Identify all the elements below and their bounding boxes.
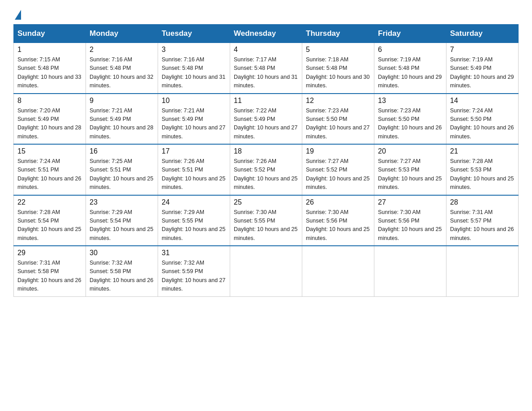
day-info: Sunrise: 7:15 AMSunset: 5:48 PMDaylight:… <box>17 56 82 90</box>
day-number: 8 <box>17 97 82 105</box>
day-number: 10 <box>162 97 226 105</box>
week-row-5: 29Sunrise: 7:31 AMSunset: 5:58 PMDayligh… <box>14 246 519 296</box>
day-number: 15 <box>17 147 82 155</box>
calendar-cell: 28Sunrise: 7:31 AMSunset: 5:57 PMDayligh… <box>446 195 519 246</box>
day-info: Sunrise: 7:21 AMSunset: 5:49 PMDaylight:… <box>90 107 154 141</box>
calendar-cell <box>446 246 519 296</box>
day-info: Sunrise: 7:31 AMSunset: 5:58 PMDaylight:… <box>17 259 82 294</box>
day-info: Sunrise: 7:16 AMSunset: 5:48 PMDaylight:… <box>162 56 226 90</box>
week-row-4: 22Sunrise: 7:28 AMSunset: 5:54 PMDayligh… <box>14 195 519 246</box>
day-info: Sunrise: 7:29 AMSunset: 5:55 PMDaylight:… <box>162 208 226 243</box>
day-info: Sunrise: 7:29 AMSunset: 5:54 PMDaylight:… <box>90 208 154 243</box>
day-number: 18 <box>234 147 298 155</box>
day-info: Sunrise: 7:20 AMSunset: 5:49 PMDaylight:… <box>17 107 82 141</box>
calendar-cell: 30Sunrise: 7:32 AMSunset: 5:58 PMDayligh… <box>86 246 158 296</box>
day-number: 1 <box>17 46 82 54</box>
week-row-1: 1Sunrise: 7:15 AMSunset: 5:48 PMDaylight… <box>14 43 519 94</box>
calendar-cell: 20Sunrise: 7:27 AMSunset: 5:53 PMDayligh… <box>374 144 446 195</box>
day-info: Sunrise: 7:21 AMSunset: 5:49 PMDaylight:… <box>162 107 226 141</box>
calendar-cell: 16Sunrise: 7:25 AMSunset: 5:51 PMDayligh… <box>86 144 158 195</box>
day-number: 30 <box>90 249 154 257</box>
day-number: 11 <box>234 97 298 105</box>
day-number: 4 <box>234 46 298 54</box>
calendar-cell: 23Sunrise: 7:29 AMSunset: 5:54 PMDayligh… <box>86 195 158 246</box>
day-number: 28 <box>450 198 515 206</box>
day-info: Sunrise: 7:32 AMSunset: 5:59 PMDaylight:… <box>162 259 226 294</box>
calendar-cell: 18Sunrise: 7:26 AMSunset: 5:52 PMDayligh… <box>230 144 302 195</box>
day-info: Sunrise: 7:30 AMSunset: 5:55 PMDaylight:… <box>234 208 298 243</box>
day-info: Sunrise: 7:19 AMSunset: 5:49 PMDaylight:… <box>450 56 515 90</box>
day-info: Sunrise: 7:30 AMSunset: 5:56 PMDaylight:… <box>378 208 442 243</box>
day-info: Sunrise: 7:28 AMSunset: 5:54 PMDaylight:… <box>17 208 82 243</box>
day-number: 9 <box>90 97 154 105</box>
day-number: 25 <box>234 198 298 206</box>
calendar-cell: 2Sunrise: 7:16 AMSunset: 5:48 PMDaylight… <box>86 43 158 94</box>
day-info: Sunrise: 7:30 AMSunset: 5:56 PMDaylight:… <box>306 208 370 243</box>
day-info: Sunrise: 7:26 AMSunset: 5:52 PMDaylight:… <box>234 157 298 192</box>
header-cell-saturday: Saturday <box>446 25 519 43</box>
header-cell-tuesday: Tuesday <box>158 25 230 43</box>
calendar-table: SundayMondayTuesdayWednesdayThursdayFrid… <box>13 24 519 297</box>
day-number: 27 <box>378 198 442 206</box>
calendar-cell: 31Sunrise: 7:32 AMSunset: 5:59 PMDayligh… <box>158 246 230 296</box>
header-cell-thursday: Thursday <box>302 25 374 43</box>
day-info: Sunrise: 7:19 AMSunset: 5:48 PMDaylight:… <box>378 56 442 90</box>
day-info: Sunrise: 7:28 AMSunset: 5:53 PMDaylight:… <box>450 157 515 192</box>
day-number: 14 <box>450 97 515 105</box>
day-info: Sunrise: 7:17 AMSunset: 5:48 PMDaylight:… <box>234 56 298 90</box>
day-number: 24 <box>162 198 226 206</box>
calendar-cell: 3Sunrise: 7:16 AMSunset: 5:48 PMDaylight… <box>158 43 230 94</box>
calendar-cell: 11Sunrise: 7:22 AMSunset: 5:49 PMDayligh… <box>230 94 302 145</box>
logo-triangle-icon <box>15 10 21 20</box>
day-number: 7 <box>450 46 515 54</box>
day-number: 26 <box>306 198 370 206</box>
day-info: Sunrise: 7:26 AMSunset: 5:51 PMDaylight:… <box>162 157 226 192</box>
day-number: 23 <box>90 198 154 206</box>
calendar-cell: 10Sunrise: 7:21 AMSunset: 5:49 PMDayligh… <box>158 94 230 145</box>
day-info: Sunrise: 7:31 AMSunset: 5:57 PMDaylight:… <box>450 208 515 243</box>
day-info: Sunrise: 7:27 AMSunset: 5:53 PMDaylight:… <box>378 157 442 192</box>
day-info: Sunrise: 7:25 AMSunset: 5:51 PMDaylight:… <box>90 157 154 192</box>
calendar-cell: 4Sunrise: 7:17 AMSunset: 5:48 PMDaylight… <box>230 43 302 94</box>
day-number: 21 <box>450 147 515 155</box>
day-info: Sunrise: 7:23 AMSunset: 5:50 PMDaylight:… <box>378 107 442 141</box>
day-number: 2 <box>90 46 154 54</box>
calendar-cell: 13Sunrise: 7:23 AMSunset: 5:50 PMDayligh… <box>374 94 446 145</box>
day-info: Sunrise: 7:24 AMSunset: 5:50 PMDaylight:… <box>450 107 515 141</box>
calendar-cell: 12Sunrise: 7:23 AMSunset: 5:50 PMDayligh… <box>302 94 374 145</box>
header-cell-sunday: Sunday <box>14 25 86 43</box>
calendar-cell: 25Sunrise: 7:30 AMSunset: 5:55 PMDayligh… <box>230 195 302 246</box>
day-info: Sunrise: 7:27 AMSunset: 5:52 PMDaylight:… <box>306 157 370 192</box>
day-number: 3 <box>162 46 226 54</box>
header-cell-friday: Friday <box>374 25 446 43</box>
calendar-cell: 6Sunrise: 7:19 AMSunset: 5:48 PMDaylight… <box>374 43 446 94</box>
week-row-3: 15Sunrise: 7:24 AMSunset: 5:51 PMDayligh… <box>14 144 519 195</box>
day-number: 12 <box>306 97 370 105</box>
page-header <box>13 9 519 20</box>
calendar-cell: 24Sunrise: 7:29 AMSunset: 5:55 PMDayligh… <box>158 195 230 246</box>
calendar-cell: 27Sunrise: 7:30 AMSunset: 5:56 PMDayligh… <box>374 195 446 246</box>
calendar-cell: 9Sunrise: 7:21 AMSunset: 5:49 PMDaylight… <box>86 94 158 145</box>
calendar-cell: 17Sunrise: 7:26 AMSunset: 5:51 PMDayligh… <box>158 144 230 195</box>
calendar-cell: 1Sunrise: 7:15 AMSunset: 5:48 PMDaylight… <box>14 43 86 94</box>
calendar-cell: 8Sunrise: 7:20 AMSunset: 5:49 PMDaylight… <box>14 94 86 145</box>
header-cell-wednesday: Wednesday <box>230 25 302 43</box>
calendar-cell: 22Sunrise: 7:28 AMSunset: 5:54 PMDayligh… <box>14 195 86 246</box>
calendar-cell: 14Sunrise: 7:24 AMSunset: 5:50 PMDayligh… <box>446 94 519 145</box>
day-number: 17 <box>162 147 226 155</box>
day-number: 13 <box>378 97 442 105</box>
day-info: Sunrise: 7:23 AMSunset: 5:50 PMDaylight:… <box>306 107 370 141</box>
calendar-header: SundayMondayTuesdayWednesdayThursdayFrid… <box>14 25 519 43</box>
calendar-cell: 26Sunrise: 7:30 AMSunset: 5:56 PMDayligh… <box>302 195 374 246</box>
day-info: Sunrise: 7:18 AMSunset: 5:48 PMDaylight:… <box>306 56 370 90</box>
week-row-2: 8Sunrise: 7:20 AMSunset: 5:49 PMDaylight… <box>14 94 519 145</box>
day-info: Sunrise: 7:16 AMSunset: 5:48 PMDaylight:… <box>90 56 154 90</box>
calendar-cell: 7Sunrise: 7:19 AMSunset: 5:49 PMDaylight… <box>446 43 519 94</box>
day-number: 5 <box>306 46 370 54</box>
calendar-cell: 29Sunrise: 7:31 AMSunset: 5:58 PMDayligh… <box>14 246 86 296</box>
calendar-cell: 15Sunrise: 7:24 AMSunset: 5:51 PMDayligh… <box>14 144 86 195</box>
day-number: 20 <box>378 147 442 155</box>
day-info: Sunrise: 7:32 AMSunset: 5:58 PMDaylight:… <box>90 259 154 294</box>
calendar-cell: 21Sunrise: 7:28 AMSunset: 5:53 PMDayligh… <box>446 144 519 195</box>
calendar-cell: 19Sunrise: 7:27 AMSunset: 5:52 PMDayligh… <box>302 144 374 195</box>
